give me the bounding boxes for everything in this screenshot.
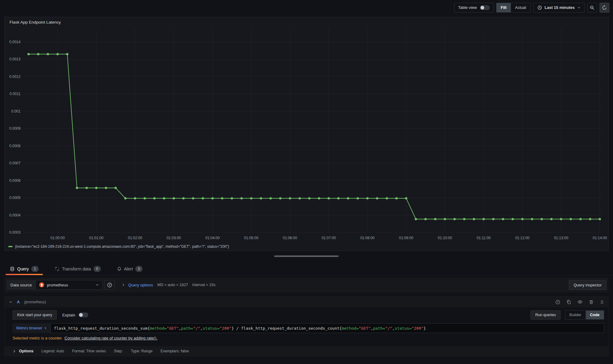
fill-button[interactable]: Fill bbox=[496, 3, 511, 12]
chart-point bbox=[76, 187, 78, 189]
promql-expression-input[interactable]: flask_http_request_duration_seconds_sum{… bbox=[51, 323, 604, 333]
promql-token: } bbox=[423, 326, 426, 331]
promql-token: path= bbox=[373, 326, 385, 331]
table-view-toggle[interactable] bbox=[480, 5, 490, 10]
refresh-button[interactable] bbox=[600, 3, 609, 13]
chart-point bbox=[482, 218, 485, 220]
chart-point bbox=[240, 197, 243, 200]
chart-point bbox=[550, 218, 553, 220]
chart-point bbox=[270, 197, 272, 200]
delete-query-trash-icon[interactable] bbox=[589, 300, 594, 305]
y-axis-tick-label: 0.0013 bbox=[9, 57, 21, 61]
kick-start-query-button[interactable]: Kick start your query bbox=[13, 310, 57, 320]
chart-point bbox=[308, 197, 311, 200]
tab-transform-count: 0 bbox=[94, 266, 101, 272]
promql-token: method= bbox=[342, 326, 359, 331]
query-toolbar: Kick start your query Explain Run querie… bbox=[5, 310, 608, 320]
zoom-out-button[interactable] bbox=[587, 3, 597, 13]
chart-point bbox=[192, 197, 194, 200]
query-inspector-button[interactable]: Query inspector bbox=[569, 280, 606, 290]
x-axis-tick-label: 01:11:00 bbox=[477, 236, 491, 240]
explain-toggle[interactable] bbox=[79, 312, 88, 317]
clock-icon bbox=[537, 5, 542, 10]
chart-point bbox=[328, 197, 330, 200]
query-editor-card: A (prometheus) ? bbox=[4, 296, 609, 356]
chart-point bbox=[47, 53, 49, 56]
table-view-label: Table view bbox=[458, 5, 477, 10]
datasource-select[interactable]: prometheus bbox=[36, 280, 102, 290]
chevron-right-icon bbox=[121, 283, 125, 287]
y-axis-tick-label: 0.0011 bbox=[10, 92, 21, 96]
chart-point bbox=[599, 218, 601, 220]
chart-point bbox=[260, 197, 262, 200]
y-axis-tick-label: 0.0009 bbox=[9, 126, 21, 131]
interval-text: Interval = 15s bbox=[192, 283, 215, 287]
explain-control: Explain bbox=[62, 312, 88, 317]
promql-token: path= bbox=[181, 326, 193, 331]
chart-point bbox=[531, 218, 533, 220]
tab-alert[interactable]: Alert 0 bbox=[112, 263, 148, 275]
chart-point bbox=[231, 197, 233, 200]
x-axis-tick-label: 01:06:00 bbox=[283, 236, 297, 240]
chart-point bbox=[289, 197, 291, 200]
query-row-header[interactable]: A (prometheus) ? bbox=[5, 297, 608, 307]
zoom-out-icon bbox=[590, 5, 595, 10]
y-axis-tick-label: 0.0006 bbox=[9, 178, 21, 183]
drag-handle-icon[interactable] bbox=[600, 300, 604, 305]
chart-point bbox=[511, 218, 514, 220]
chart-point bbox=[444, 218, 446, 220]
options-chevron-icon[interactable]: Options bbox=[13, 349, 33, 353]
query-options-group: Query options bbox=[121, 283, 153, 287]
chart-point bbox=[415, 218, 417, 220]
chart-point bbox=[570, 218, 572, 220]
duplicate-query-icon[interactable] bbox=[566, 300, 571, 305]
builder-mode-button[interactable]: Builder bbox=[565, 310, 586, 320]
promql-token: "200" bbox=[412, 326, 423, 331]
metrics-browser-button[interactable]: Metrics browser bbox=[13, 323, 51, 333]
y-axis-tick-label: 0.001 bbox=[11, 109, 21, 113]
query-options-link[interactable]: Query options bbox=[128, 283, 153, 287]
time-range-picker[interactable]: Last 15 minutes bbox=[533, 3, 585, 13]
chart-point bbox=[95, 187, 98, 189]
chart-point bbox=[502, 218, 504, 220]
chart-point bbox=[173, 197, 175, 200]
actual-button[interactable]: Actual bbox=[511, 3, 531, 12]
datasource-help-button[interactable]: ? bbox=[104, 280, 115, 290]
code-mode-button[interactable]: Code bbox=[586, 310, 604, 320]
query-help-icon[interactable]: ? bbox=[555, 300, 560, 305]
chart-point bbox=[337, 197, 340, 200]
chart-point bbox=[318, 197, 320, 200]
pane-resize-handle[interactable] bbox=[274, 255, 339, 257]
x-axis-tick-label: 01:02:00 bbox=[128, 236, 142, 240]
chart-point bbox=[134, 197, 136, 200]
chart-svg: 0.00140.00130.00120.00110.0010.00090.000… bbox=[5, 26, 608, 242]
chart-plot-area[interactable]: 0.00140.00130.00120.00110.0010.00090.000… bbox=[5, 26, 608, 242]
x-axis-tick-label: 01:14:00 bbox=[593, 236, 607, 240]
tab-transform-label: Transform data bbox=[62, 266, 91, 271]
query-options-summary-bar[interactable]: Options Legend: AutoFormat: Time seriesS… bbox=[5, 346, 608, 356]
prometheus-logo-icon bbox=[39, 282, 44, 288]
legend-series-swatch[interactable] bbox=[8, 246, 13, 247]
toggle-visibility-eye-icon[interactable] bbox=[577, 299, 583, 305]
fill-actual-group: Fill Actual bbox=[496, 3, 531, 13]
chart-point bbox=[463, 218, 465, 220]
collapse-chevron-icon[interactable] bbox=[9, 300, 13, 304]
chart-point bbox=[434, 218, 436, 220]
chart-legend: {instance="ec2-184-169-216-224.us-west-1… bbox=[8, 244, 229, 249]
promql-token: "GET" bbox=[359, 326, 371, 331]
svg-text:?: ? bbox=[557, 301, 558, 304]
chart-point bbox=[541, 218, 543, 220]
panel-title: Flask App Endpoint Latency bbox=[10, 20, 61, 25]
x-axis-tick-label: 01:04:00 bbox=[205, 236, 220, 240]
chart-point bbox=[298, 197, 301, 200]
chart-point bbox=[560, 218, 562, 220]
warning-rate-link[interactable]: Consider calculating rate of counter by … bbox=[64, 336, 157, 340]
chart-point bbox=[211, 197, 214, 200]
tab-transform-data[interactable]: Transform data 0 bbox=[50, 263, 105, 275]
chevron-right-icon bbox=[44, 327, 47, 330]
legend-series-label[interactable]: {instance="ec2-184-169-216-224.us-west-1… bbox=[15, 244, 229, 249]
tab-query[interactable]: Query 1 bbox=[5, 263, 44, 275]
chevron-down-icon bbox=[577, 6, 581, 10]
chart-point bbox=[366, 197, 369, 200]
run-queries-button[interactable]: Run queries bbox=[531, 310, 560, 320]
